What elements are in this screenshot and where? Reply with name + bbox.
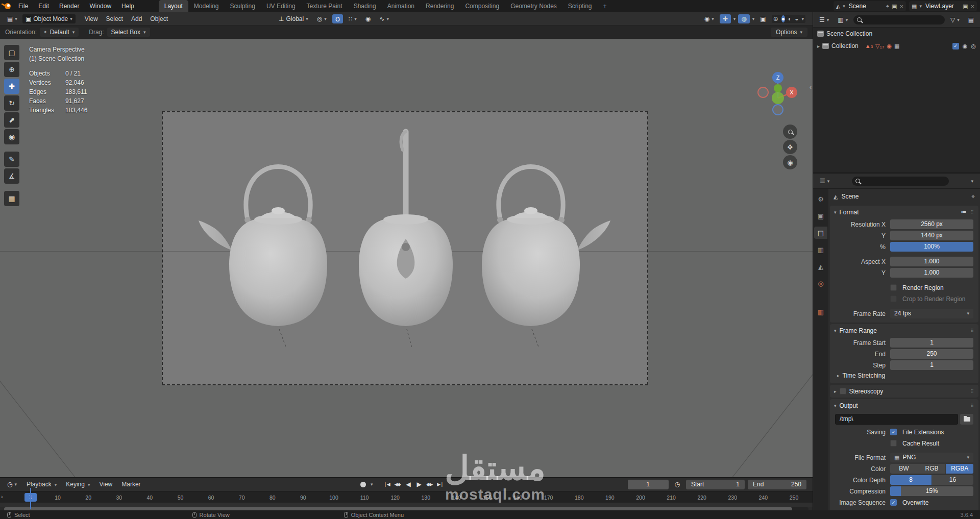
frame-rate-dropdown[interactable]: 24 fps▾ bbox=[890, 309, 973, 318]
new-collection-button[interactable]: ▤ bbox=[965, 15, 977, 24]
overlays-toggle[interactable]: ◍ bbox=[738, 14, 749, 23]
scene-collection-label[interactable]: Scene Collection bbox=[826, 30, 872, 37]
next-keyframe-button[interactable]: ◆▶ bbox=[425, 480, 434, 489]
transform-tool[interactable]: ◉ bbox=[4, 129, 19, 144]
keying-dropdown[interactable]: ▾ bbox=[371, 482, 373, 487]
annotate-tool[interactable]: ✎ bbox=[4, 152, 19, 167]
browse-folder-button[interactable] bbox=[960, 414, 973, 425]
zoom-view-button[interactable] bbox=[783, 125, 797, 139]
remove-viewlayer-icon[interactable]: × bbox=[970, 3, 974, 10]
pan-view-button[interactable]: ✥ bbox=[783, 140, 797, 154]
breadcrumb-scene[interactable]: Scene bbox=[841, 193, 859, 200]
workspace-tab[interactable]: Modeling bbox=[188, 0, 225, 12]
workspace-tab[interactable]: UV Editing bbox=[261, 0, 301, 12]
outliner-row-collection[interactable]: ▸ Collection ▲3 ▽17 ◉ ▦ ✓ ◉ ◎ bbox=[813, 40, 980, 52]
mode-dropdown[interactable]: ▣Object Mode▾ bbox=[22, 14, 76, 23]
format-presets-icon[interactable]: ≔ bbox=[961, 209, 967, 215]
render-region-checkbox[interactable] bbox=[890, 284, 897, 291]
color-mode-option[interactable]: RGBA bbox=[946, 464, 973, 474]
workspace-tab[interactable]: Geometry Nodes bbox=[505, 0, 562, 12]
snap-settings-dropdown[interactable]: ∷▾ bbox=[346, 14, 360, 23]
new-viewlayer-icon[interactable]: ▣ bbox=[963, 3, 968, 10]
scene-name[interactable]: Scene bbox=[848, 3, 884, 10]
cursor-tool[interactable]: ⊕ bbox=[4, 62, 19, 77]
cache-result-checkbox[interactable] bbox=[890, 440, 897, 447]
select-box-tool[interactable]: ▢ bbox=[4, 45, 19, 60]
expand-arrow-icon[interactable]: ▸ bbox=[817, 43, 820, 49]
workspace-tab[interactable]: Scripting bbox=[562, 0, 598, 12]
snap-toggle[interactable]: Ω bbox=[332, 14, 343, 23]
main-menu-item[interactable]: Help bbox=[116, 0, 139, 12]
resolution-percent-slider[interactable]: 100% bbox=[890, 242, 973, 252]
compression-slider[interactable]: 15% bbox=[890, 486, 973, 496]
workspace-tab[interactable]: Animation bbox=[382, 0, 420, 12]
gizmos-toggle[interactable]: ✚ bbox=[720, 14, 731, 23]
move-tool[interactable]: ✚ bbox=[4, 79, 19, 94]
outliner-display-mode[interactable]: ☰▾ bbox=[816, 15, 832, 24]
frame-end-button[interactable]: End250 bbox=[748, 480, 806, 489]
timeline-editor-type[interactable]: ◷▾ bbox=[4, 480, 20, 489]
options-button[interactable]: Options▾ bbox=[771, 28, 807, 37]
workspace-tab[interactable]: Texture Paint bbox=[301, 0, 348, 12]
shading-wireframe-icon[interactable]: ⊕ bbox=[773, 15, 778, 22]
navigation-gizmo[interactable]: Z X bbox=[757, 71, 798, 122]
hide-eye-icon[interactable]: ◉ bbox=[963, 43, 968, 50]
panel-format-header[interactable]: ▾Format ≔ ⠿ bbox=[830, 206, 978, 218]
outliner-filter-button[interactable]: ▽▾ bbox=[947, 15, 963, 24]
tab-scene[interactable]: ◭ bbox=[814, 260, 827, 273]
drag-dropdown[interactable]: Select Box▾ bbox=[107, 28, 150, 37]
aspect-x-field[interactable]: 1.000 bbox=[890, 257, 973, 266]
viewlayer-selector[interactable]: ▦▾ ViewLayer ▣ × bbox=[909, 1, 977, 11]
collection-label[interactable]: Collection bbox=[831, 42, 859, 50]
color-depth-option[interactable]: 16 bbox=[932, 475, 973, 485]
current-frame-field[interactable]: 1 bbox=[628, 480, 669, 489]
shading-material-icon[interactable]: ◐ bbox=[788, 15, 792, 22]
scale-tool[interactable]: ⬈ bbox=[4, 112, 19, 128]
viewlayer-name[interactable]: ViewLayer bbox=[924, 3, 960, 10]
timeline-menu-item[interactable]: Keying bbox=[61, 478, 94, 491]
color-mode-option[interactable]: BW bbox=[890, 464, 918, 474]
proportional-editing-toggle[interactable]: ◉ bbox=[362, 14, 374, 23]
shading-solid-icon[interactable]: ● bbox=[781, 15, 785, 22]
crop-render-region-checkbox[interactable] bbox=[890, 295, 897, 302]
pin-icon[interactable]: ⌖ bbox=[971, 193, 975, 200]
output-path-field[interactable]: /tmp\ bbox=[835, 414, 958, 425]
file-extensions-checkbox[interactable]: ✓ bbox=[890, 429, 897, 435]
3d-viewport[interactable]: ▢ ⊕ ✚ ↻ ⬈ ◉ ✎ ∡ ▦ Camera Perspective (1)… bbox=[0, 39, 813, 477]
overwrite-checkbox[interactable]: ✓ bbox=[890, 499, 897, 506]
measure-tool[interactable]: ∡ bbox=[4, 168, 19, 184]
add-cube-tool[interactable]: ▦ bbox=[4, 191, 19, 206]
tab-render[interactable]: ▣ bbox=[814, 210, 827, 222]
panel-stereoscopy-header[interactable]: ▸ Stereoscopy⠿ bbox=[830, 385, 978, 398]
outliner-search[interactable] bbox=[853, 15, 945, 24]
viewport-menu-item[interactable]: Object bbox=[146, 12, 172, 26]
resolution-y-field[interactable]: 1440 px bbox=[890, 231, 973, 240]
file-format-dropdown[interactable]: ▦PNG▾ bbox=[890, 453, 973, 462]
sidebar-collapse-arrow[interactable]: ‹ bbox=[810, 84, 812, 91]
aspect-y-field[interactable]: 1.000 bbox=[890, 268, 973, 278]
rotate-tool[interactable]: ↻ bbox=[4, 95, 19, 111]
editor-type-button[interactable]: ▤▾ bbox=[4, 14, 20, 23]
camera-view-button[interactable]: ◉ bbox=[783, 155, 797, 169]
tab-view-layer[interactable]: ▥ bbox=[814, 243, 827, 256]
jump-to-start-button[interactable]: ❘◀ bbox=[382, 480, 391, 489]
outliner-filter-id[interactable]: ▥▾ bbox=[835, 15, 851, 24]
main-menu-item[interactable]: Edit bbox=[33, 0, 54, 12]
outliner-row-scene-collection[interactable]: Scene Collection bbox=[813, 28, 980, 40]
viewport-menu-item[interactable]: Add bbox=[127, 12, 146, 26]
timeline-channel-area[interactable] bbox=[0, 503, 813, 507]
pin-icon[interactable]: ⌖ bbox=[886, 3, 889, 10]
panel-frame-range-header[interactable]: ▾Frame Range⠿ bbox=[830, 324, 978, 337]
tab-tool[interactable]: ⚙ bbox=[814, 193, 827, 205]
stereoscopy-checkbox[interactable] bbox=[840, 388, 846, 394]
color-depth-option[interactable]: 8 bbox=[890, 475, 932, 485]
render-visibility-icon[interactable]: ◎ bbox=[971, 43, 976, 50]
workspace-tab[interactable]: Rendering bbox=[420, 0, 459, 12]
main-menu-item[interactable]: File bbox=[13, 0, 33, 12]
ruler-expand-icon[interactable]: › bbox=[1, 493, 3, 500]
frame-step-field[interactable]: 1 bbox=[890, 360, 973, 370]
viewport-menu-item[interactable]: Select bbox=[102, 12, 127, 26]
properties-editor-type[interactable]: ☰▾ bbox=[817, 177, 832, 186]
properties-options-dropdown[interactable]: ▾ bbox=[968, 178, 976, 185]
viewport-menu-item[interactable]: View bbox=[81, 12, 102, 26]
